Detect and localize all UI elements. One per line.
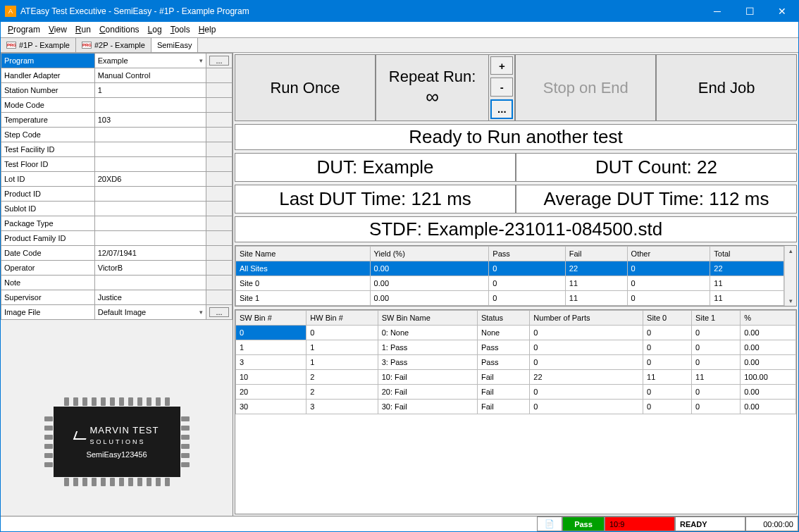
properties-pane: ProgramExample▾... Handler AdapterManual…: [1, 53, 233, 516]
end-job-button[interactable]: End Job: [656, 54, 797, 121]
status-ready: READY: [675, 516, 745, 531]
status-log-icon[interactable]: 📄: [537, 516, 562, 531]
chip-preview: MARVIN TESTSOLUTIONS SemiEasy123456: [1, 320, 233, 516]
stdf-file: STDF: Example-231011-084500.std: [235, 216, 797, 242]
tabstrip: PRG#1P - Example PRG#2P - Example SemiEa…: [1, 37, 798, 53]
chevron-down-icon[interactable]: ▾: [789, 297, 793, 304]
titlebar: A ATEasy Test Executive - SemiEasy - #1P…: [1, 1, 798, 22]
tab-semieasy[interactable]: SemiEasy: [151, 38, 199, 52]
statusbar: 📄 Pass 10:9 READY 00:00:00: [1, 516, 798, 531]
chevron-down-icon[interactable]: ▾: [199, 57, 203, 64]
bin-table[interactable]: SW Bin #HW Bin #SW Bin NameStatusNumber …: [235, 309, 797, 514]
stop-on-end-button[interactable]: Stop on End: [515, 54, 656, 121]
table-row[interactable]: All Sites0.00022022: [236, 261, 784, 276]
prop-program-val[interactable]: Example▾: [94, 54, 206, 68]
status-fail: 10:9: [605, 516, 675, 531]
prop-image-more[interactable]: ...: [209, 307, 228, 317]
menubar: Program View Run Conditions Log Tools He…: [1, 22, 798, 37]
chip-serial: SemiEasy123456: [86, 450, 147, 459]
repeat-minus-button[interactable]: -: [490, 78, 513, 96]
repeat-more-button[interactable]: ...: [490, 99, 513, 119]
window-title: ATEasy Test Executive - SemiEasy - #1P -…: [20, 6, 701, 16]
table-row[interactable]: 30330: FailFail0000.00: [236, 400, 796, 414]
dut-count: DUT Count: 22: [516, 153, 797, 182]
brand-logo-icon: [73, 431, 88, 440]
menu-program[interactable]: Program: [4, 23, 44, 36]
menu-log[interactable]: Log: [144, 23, 166, 36]
table-row[interactable]: 313: PassPass0000.00: [236, 355, 796, 370]
run-once-button[interactable]: Run Once: [235, 54, 376, 121]
repeat-run-button[interactable]: Repeat Run:∞: [376, 55, 489, 120]
menu-view[interactable]: View: [44, 23, 71, 36]
dut-label: DUT: Example: [235, 153, 516, 182]
prop-program-more[interactable]: ...: [209, 56, 228, 66]
menu-run[interactable]: Run: [71, 23, 95, 36]
menu-conditions[interactable]: Conditions: [95, 23, 144, 36]
status-ready: Ready to Run another test: [235, 124, 797, 150]
status-pass: Pass: [562, 516, 605, 531]
site-table[interactable]: Site NameYield (%)PassFailOtherTotal All…: [235, 245, 797, 307]
table-row[interactable]: 20220: FailFail0000.00: [236, 385, 796, 400]
table-row[interactable]: Site 10.00011011: [236, 291, 784, 306]
tab-2p[interactable]: PRG#2P - Example: [76, 38, 151, 52]
last-dut-time: Last DUT Time: 121 ms: [235, 185, 516, 214]
scrollbar[interactable]: ▴▾: [784, 246, 796, 306]
tab-1p[interactable]: PRG#1P - Example: [1, 38, 76, 52]
prg-icon: PRG: [82, 42, 92, 49]
avg-dut-time: Average DUT Time: 112 ms: [516, 185, 797, 214]
status-time: 00:00:00: [745, 516, 798, 531]
repeat-plus-button[interactable]: +: [490, 56, 513, 75]
prg-icon: PRG: [6, 42, 16, 49]
chevron-up-icon[interactable]: ▴: [789, 247, 793, 254]
maximize-button[interactable]: ☐: [733, 1, 766, 22]
chevron-down-icon[interactable]: ▾: [199, 309, 203, 316]
dashboard-pane: Run Once Repeat Run:∞ + - ... Stop on En…: [233, 53, 798, 516]
table-row[interactable]: 000: NoneNone0000.00: [236, 326, 796, 340]
table-row[interactable]: 10210: FailFail221111100.00: [236, 370, 796, 385]
prop-program-key[interactable]: Program: [1, 54, 95, 68]
menu-tools[interactable]: Tools: [166, 23, 194, 36]
table-row[interactable]: Site 00.00011011: [236, 276, 784, 291]
table-row[interactable]: 111: PassPass0000.00: [236, 340, 796, 355]
app-icon: A: [5, 6, 16, 17]
close-button[interactable]: ✕: [766, 1, 798, 22]
properties-table: ProgramExample▾... Handler AdapterManual…: [1, 53, 233, 320]
menu-help[interactable]: Help: [194, 23, 221, 36]
minimize-button[interactable]: ─: [701, 1, 733, 22]
